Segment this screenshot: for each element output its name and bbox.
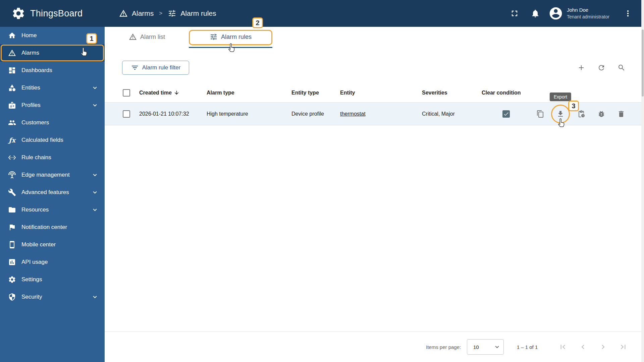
top-header: ThingsBoard Alarms > Alarm rules John Do… xyxy=(0,0,641,27)
last-page-button[interactable] xyxy=(619,343,628,351)
warning-icon xyxy=(129,33,137,41)
sidebar-item-customers[interactable]: Customers xyxy=(0,114,105,131)
clear-condition-checkbox[interactable] xyxy=(502,110,510,118)
cell-entity-type: Device profile xyxy=(291,103,324,125)
column-entity[interactable]: Entity xyxy=(340,83,355,103)
sort-descending-icon xyxy=(174,90,179,96)
sidebar-item-dashboards[interactable]: Dashboards xyxy=(0,62,105,79)
more-menu-button[interactable] xyxy=(623,9,633,18)
cell-alarm-type: High temperature xyxy=(207,103,248,125)
chart-icon xyxy=(8,258,16,266)
refresh-button[interactable] xyxy=(597,64,605,72)
sidebar-item-security[interactable]: Security xyxy=(0,288,105,306)
sidebar-item-settings[interactable]: Settings xyxy=(0,271,105,288)
paginator: Items per page: 10 1 – 1 of 1 xyxy=(105,331,641,362)
page-scrollbar[interactable] xyxy=(641,0,644,362)
folder-icon xyxy=(8,206,16,214)
tools-icon xyxy=(8,188,16,196)
column-alarm-type[interactable]: Alarm type xyxy=(207,83,234,103)
column-clear-condition[interactable]: Clear condition xyxy=(482,83,521,103)
sidebar-item-entities[interactable]: Entities xyxy=(0,79,105,97)
add-button[interactable] xyxy=(577,64,585,72)
column-created-time[interactable]: Created time xyxy=(139,83,179,103)
sidebar-item-mobile-center[interactable]: Mobile center xyxy=(0,236,105,253)
previous-page-button[interactable] xyxy=(579,343,587,351)
fullscreen-button[interactable] xyxy=(510,9,519,18)
notifications-button[interactable] xyxy=(531,9,540,18)
chevron-down-icon xyxy=(91,189,99,196)
sidebar-item-label: Home xyxy=(21,32,37,39)
tab-alarm-list[interactable]: Alarm list xyxy=(117,27,177,47)
chevron-left-icon xyxy=(579,343,587,351)
sidebar-item-resources[interactable]: Resources xyxy=(0,201,105,219)
customers-icon xyxy=(8,119,16,127)
warning-icon xyxy=(8,49,16,57)
sidebar-item-advanced-features[interactable]: Advanced features xyxy=(0,184,105,201)
items-per-page-select[interactable]: 10 xyxy=(467,339,504,355)
chevron-right-icon xyxy=(599,343,607,351)
copy-icon xyxy=(536,110,544,118)
chevron-down-icon xyxy=(91,206,99,214)
entity-link[interactable]: thermostat xyxy=(340,103,366,125)
items-per-page-value: 10 xyxy=(467,344,479,350)
copy-button[interactable] xyxy=(536,110,544,118)
annotation-step-2-badge: 2 xyxy=(252,17,263,28)
sidebar-item-rule-chains[interactable]: Rule chains xyxy=(0,149,105,166)
trash-icon xyxy=(617,110,625,118)
sidebar-item-label: Calculated fields xyxy=(21,137,63,143)
sidebar-item-profiles[interactable]: Profiles xyxy=(0,97,105,114)
row-checkbox[interactable] xyxy=(123,110,130,118)
sidebar-item-label: Alarms xyxy=(21,50,39,56)
gear-icon xyxy=(8,276,16,284)
alarm-rule-filter-button[interactable]: Alarm rule filter xyxy=(122,61,189,75)
export-button[interactable] xyxy=(556,110,565,118)
cursor-pointer-icon xyxy=(227,43,237,53)
sidebar-item-calculated-fields[interactable]: ƒx Calculated fields xyxy=(0,131,105,149)
dashboards-icon xyxy=(8,66,16,74)
user-avatar[interactable] xyxy=(548,6,563,21)
delete-button[interactable] xyxy=(617,110,625,118)
first-page-button[interactable] xyxy=(558,343,567,351)
debug-button[interactable] xyxy=(597,110,605,118)
column-severities[interactable]: Severities xyxy=(422,83,447,103)
app-logo: ThingsBoard xyxy=(11,0,83,27)
chevron-down-icon xyxy=(91,102,99,109)
search-button[interactable] xyxy=(618,64,626,72)
plus-icon xyxy=(577,64,585,72)
select-all-checkbox[interactable] xyxy=(123,89,130,97)
breadcrumb-alarms[interactable]: Alarms xyxy=(132,9,154,17)
edge-antenna-icon xyxy=(8,171,16,179)
download-icon xyxy=(556,110,565,118)
app-title: ThingsBoard xyxy=(30,8,83,19)
column-entity-type[interactable]: Entity type xyxy=(291,83,319,103)
sidebar-item-label: Customers xyxy=(21,119,49,126)
chevron-down-icon xyxy=(91,293,99,301)
tune-icon xyxy=(168,9,176,18)
refresh-icon xyxy=(597,64,605,72)
sidebar: Home Alarms Dashboards Entities Profiles… xyxy=(0,27,105,362)
search-icon xyxy=(618,64,626,72)
breadcrumb-alarm-rules[interactable]: Alarm rules xyxy=(180,9,216,17)
thingsboard-app: ThingsBoard Alarms > Alarm rules John Do… xyxy=(0,0,644,362)
sidebar-item-label: Edge management xyxy=(21,172,70,178)
cell-severities: Critical, Major xyxy=(422,103,455,125)
sidebar-item-edge-management[interactable]: Edge management xyxy=(0,166,105,184)
sidebar-item-api-usage[interactable]: API usage xyxy=(0,253,105,271)
profiles-icon xyxy=(8,101,16,109)
sidebar-item-notification-center[interactable]: Notification center xyxy=(0,219,105,236)
items-per-page-label: Items per page: xyxy=(426,332,461,362)
scrollbar-thumb[interactable] xyxy=(642,29,644,97)
first-page-icon xyxy=(558,343,567,351)
annotation-step-1-badge: 1 xyxy=(86,33,97,44)
user-name: John Doe xyxy=(567,6,609,13)
alarm-schedule-button[interactable] xyxy=(577,110,585,118)
smartphone-icon xyxy=(8,241,16,249)
user-info: John Doe Tenant administrator xyxy=(567,6,609,20)
user-role: Tenant administrator xyxy=(567,13,609,20)
chevron-down-icon xyxy=(91,171,99,179)
tabs-bar: Alarm list Alarm rules xyxy=(105,27,641,48)
thingsboard-logo-icon xyxy=(11,6,25,20)
sidebar-item-label: Entities xyxy=(21,84,40,91)
next-page-button[interactable] xyxy=(599,343,607,351)
main-content: Alarm list Alarm rules Alarm rule filter xyxy=(105,27,641,362)
